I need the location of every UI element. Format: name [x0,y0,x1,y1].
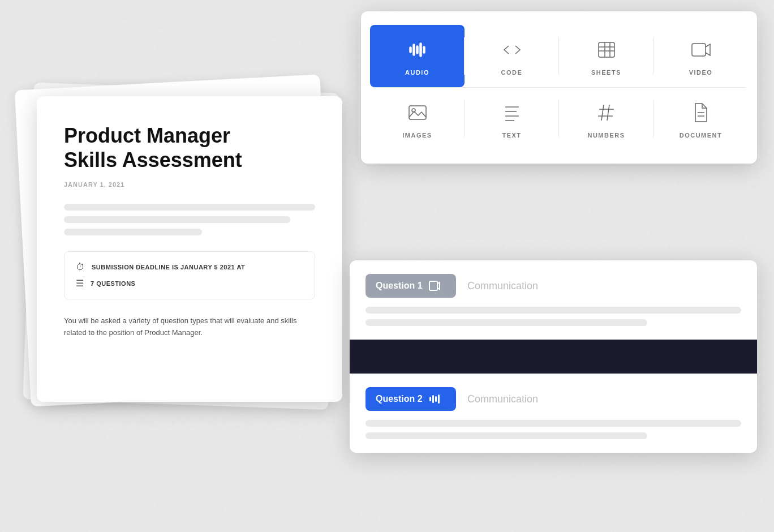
svg-rect-24 [429,397,431,401]
svg-line-17 [601,105,604,121]
media-grid-top: AUDIO CODE SHEETS [370,25,748,87]
questions-label: 7 QUESTIONS [91,280,135,287]
info-box: ⏱ SUBMISSION DEADLINE IS JANUARY 5 2021 … [64,251,315,299]
text-label: TEXT [502,132,521,139]
dark-band [350,340,757,374]
images-label: IMAGES [402,132,432,139]
svg-rect-26 [435,396,437,402]
svg-rect-4 [423,46,425,53]
media-type-card: AUDIO CODE SHEETS [361,11,757,164]
skeleton [366,420,741,427]
question-1-block: Question 1 Communication [350,260,757,340]
question-1-label: Question 1 [376,281,423,291]
assessment-date: JANUARY 1, 2021 [64,181,315,188]
skeleton-line [64,229,202,235]
sheets-label: SHEETS [591,69,621,76]
svg-rect-0 [410,47,411,53]
audio-icon [404,36,431,63]
svg-rect-5 [599,42,614,57]
sheets-icon [593,36,620,63]
document-icon [687,99,715,126]
svg-rect-3 [420,43,422,57]
assessment-body: You will be asked a variety of question … [64,315,315,339]
svg-rect-11 [409,106,426,119]
document-label: DOCUMENT [680,132,723,139]
media-item-text[interactable]: TEXT [465,88,559,150]
clock-icon: ⏱ [76,262,85,272]
skeleton [366,432,647,439]
svg-rect-23 [429,281,437,290]
media-item-code[interactable]: CODE [465,25,559,87]
media-grid-bottom: IMAGES TEXT [370,88,748,150]
skeleton [366,307,741,314]
text-icon [498,99,526,126]
skeleton-line [64,204,315,211]
question-2-category: Communication [467,393,538,405]
question-2-skeletons [366,420,741,439]
video-label: VIDEO [689,69,713,76]
question-1-header: Question 1 Communication [366,274,741,298]
audio-label: AUDIO [405,69,429,76]
question-2-header: Question 2 Communication [366,387,741,411]
deadline-row: ⏱ SUBMISSION DEADLINE IS JANUARY 5 2021 … [76,262,303,272]
svg-rect-1 [413,44,415,55]
images-icon [404,99,431,126]
media-item-numbers[interactable]: NUMBERS [559,88,653,150]
assessment-title: Product Manager Skills Assessment [64,123,315,172]
numbers-icon [593,99,620,126]
list-icon: ☰ [76,278,84,289]
svg-line-18 [607,105,609,121]
code-label: CODE [501,69,523,76]
media-item-audio[interactable]: AUDIO [370,25,465,87]
video-icon [687,36,715,63]
media-item-sheets[interactable]: SHEETS [559,25,653,87]
svg-rect-25 [432,395,434,403]
numbers-label: NUMBERS [587,132,625,139]
media-item-images[interactable]: IMAGES [370,88,465,150]
svg-rect-2 [416,46,418,54]
question-1-skeletons [366,307,741,326]
questions-row: ☰ 7 QUESTIONS [76,278,303,289]
question-1-category: Communication [467,280,538,292]
question-1-badge[interactable]: Question 1 [366,274,456,298]
assessment-card: Product Manager Skills Assessment JANUAR… [37,96,342,402]
svg-rect-10 [692,44,706,56]
question-2-badge[interactable]: Question 2 [366,387,456,411]
questions-card: Question 1 Communication Question 2 [350,260,757,453]
code-icon [498,36,526,63]
media-item-document[interactable]: DOCUMENT [653,88,748,150]
media-item-video[interactable]: VIDEO [653,25,748,87]
skeleton [366,319,647,326]
question-2-block: Question 2 Communication [350,374,757,453]
question-2-label: Question 2 [376,394,423,404]
deadline-label: SUBMISSION DEADLINE IS JANUARY 5 2021 AT [92,264,245,271]
svg-rect-27 [438,394,440,404]
skeleton-line [64,216,290,223]
skeleton-lines-top [64,204,315,235]
